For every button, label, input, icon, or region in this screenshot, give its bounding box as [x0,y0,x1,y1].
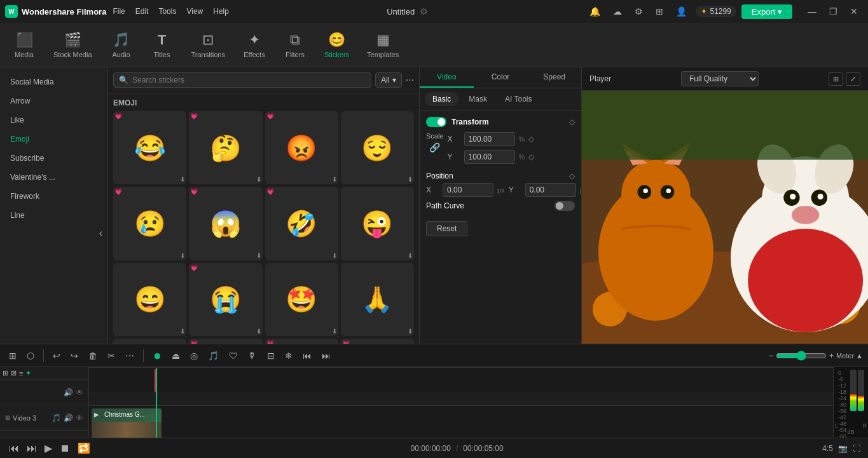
screenshot-button[interactable]: 📷 [838,444,848,453]
tool-media[interactable]: ⬛ Media [5,28,43,62]
list-item[interactable]: 💗 🤣 ⬇ [265,187,338,260]
sidebar-item-valentines[interactable]: Valentine's ... [0,168,107,187]
filter-dropdown[interactable]: All ▾ [375,72,401,88]
main-track-icon-1[interactable]: 🔊 [64,388,73,397]
close-button[interactable]: ✕ [845,5,863,18]
zoom-plus-icon[interactable]: + [829,351,834,360]
fullscreen-button[interactable]: ⤢ [846,72,860,86]
position-keyframe[interactable]: ◇ [569,172,575,180]
mask-btn[interactable]: 🛡 [225,349,242,362]
delete-button[interactable]: 🗑 [85,349,101,362]
lock-icon[interactable]: 🔗 [429,142,440,152]
sidebar-item-emoji[interactable]: Emoji [0,130,107,149]
account-icon[interactable]: 👤 [672,5,691,18]
tab-video[interactable]: Video [420,67,474,88]
list-item[interactable]: 💗 😭 ⬇ [189,263,262,336]
subtab-basic[interactable]: Basic [425,92,458,106]
menu-edit[interactable]: Edit [135,7,149,16]
list-item[interactable]: 💗 😂 ⬇ [113,111,186,184]
subtab-ai-tools[interactable]: AI Tools [497,92,539,106]
scale-y-keyframe[interactable]: ◇ [528,152,534,161]
fullscreen-playback-button[interactable]: ⛶ [853,444,860,453]
sidebar-collapse-button[interactable]: ‹ [99,227,102,239]
audio-btn[interactable]: 🎵 [204,349,223,362]
add-track-button[interactable]: ⊞ [3,369,8,377]
step-back-button[interactable]: ⏭ [25,441,38,455]
list-item[interactable]: 💗 😍 ⬇ [265,339,338,344]
list-item[interactable]: 💗 😱 ⬇ [189,187,262,260]
split-btn[interactable]: ⊟ [263,349,279,362]
more-options-icon[interactable]: ··· [406,74,414,86]
menu-tools[interactable]: Tools [158,7,176,16]
sidebar-item-arrow[interactable]: Arrow [0,91,107,111]
volume-icon[interactable]: 🔊 [64,414,73,422]
tool-filters[interactable]: ⧉ Filters [276,28,314,62]
eye-icon[interactable]: 👁 [76,414,83,422]
meter-button[interactable]: Meter ▲ [836,352,863,360]
scale-x-input[interactable] [464,132,515,146]
position-y-input[interactable] [525,183,576,197]
minimize-button[interactable]: — [803,5,822,18]
grid-view-button[interactable]: ⊞ [829,72,843,86]
tool-transitions[interactable]: ⊡ Transitions [184,28,233,62]
sidebar-item-firework[interactable]: Firework [0,187,107,206]
audio-mute-icon[interactable]: 🎵 [52,414,61,422]
voiceover-btn[interactable]: 🎙 [244,349,261,362]
tool-templates[interactable]: ▦ Templates [359,28,406,62]
video-clip[interactable]: ▶ Christmas G... [92,408,162,438]
list-item[interactable]: 😕❓ [113,339,186,344]
list-item[interactable]: 💗 🤭 ⬇ [189,339,262,344]
magnet-button[interactable]: ⬡ [23,349,38,362]
forward-btn[interactable]: ⏭ [318,349,334,362]
settings-icon[interactable]: ⚙ [631,5,647,18]
tool-effects[interactable]: ✦ Effects [235,28,273,62]
list-item[interactable]: 🤩 ⬇ [265,263,338,336]
sidebar-item-subscribe[interactable]: Subscribe [0,149,107,168]
redo-button[interactable]: ↪ [67,349,82,362]
overlay-button[interactable]: ◎ [186,349,202,362]
record-button[interactable]: ⏺ [149,349,165,362]
main-track-icon-2[interactable]: 👁 [76,388,83,397]
list-item[interactable]: 🙏 ⬇ [341,263,414,336]
menu-file[interactable]: File [113,7,125,16]
subtab-mask[interactable]: Mask [461,92,495,106]
freeze-btn[interactable]: ❄ [281,349,296,362]
position-x-input[interactable] [443,183,493,197]
list-item[interactable]: 💗 😭 ⬇ [341,339,414,344]
scale-x-keyframe[interactable]: ◇ [528,135,534,144]
transform-toggle[interactable] [426,117,446,127]
tool-stickers[interactable]: 😊 Stickers [317,28,357,62]
tool-stock-media[interactable]: 🎬 Stock Media [46,28,100,62]
menu-help[interactable]: Help [213,7,229,16]
tab-color[interactable]: Color [474,67,528,88]
list-item[interactable]: 😌 ⬇ [341,111,414,184]
stop-button[interactable]: ⏹ [59,441,71,455]
list-item[interactable]: 💗 🤔 ⬇ [189,111,262,184]
tool-audio[interactable]: 🎵 Audio [102,28,141,62]
menu-view[interactable]: View [186,7,203,16]
list-item[interactable]: 😄 ⬇ [113,263,186,336]
ai-track-button[interactable]: ✦ [25,369,31,377]
quality-select[interactable]: Full Quality High Quality Medium Quality… [681,71,759,86]
back-btn[interactable]: ⏮ [299,349,315,362]
cloud-icon[interactable]: ☁ [609,5,626,18]
export-button[interactable]: Export ▾ [741,4,792,19]
reset-button[interactable]: Reset [426,221,467,236]
undo-button[interactable]: ↩ [49,349,64,362]
group-track-button[interactable]: ≡ [19,370,23,377]
sidebar-item-like[interactable]: Like [0,111,107,130]
list-item[interactable]: 😜 ⬇ [341,187,414,260]
scale-y-input[interactable] [464,150,515,164]
clip-button[interactable]: ⏏ [168,349,184,362]
transform-keyframe-icon[interactable]: ◇ [569,118,575,126]
path-curve-toggle[interactable] [555,201,575,211]
list-item[interactable]: 💗 😡 ⬇ [265,111,338,184]
grid-icon[interactable]: ⊞ [652,5,667,18]
maximize-button[interactable]: ❐ [824,5,843,18]
loop-button[interactable]: 🔁 [76,441,92,455]
split-track-button[interactable]: ⊠ [11,369,17,377]
tab-speed[interactable]: Speed [527,67,581,88]
cut-button[interactable]: ✂ [104,349,119,362]
skip-back-button[interactable]: ⏮ [8,441,20,455]
share-icon[interactable]: 🔔 [586,5,604,18]
